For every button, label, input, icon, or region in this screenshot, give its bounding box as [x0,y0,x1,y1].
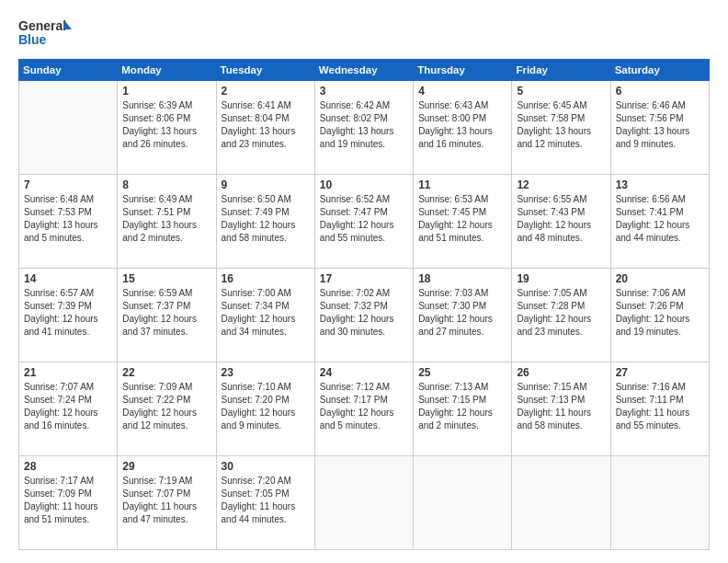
day-number: 23 [222,366,310,379]
svg-text:Blue: Blue [18,32,47,47]
calendar-cell: 27Sunrise: 7:16 AM Sunset: 7:11 PM Dayli… [610,362,709,456]
day-info: Sunrise: 7:00 AM Sunset: 7:34 PM Dayligh… [222,287,310,339]
day-number: 29 [122,460,210,473]
day-info: Sunrise: 6:52 AM Sunset: 7:47 PM Dayligh… [320,193,408,245]
day-number: 27 [616,366,704,379]
calendar-cell: 3Sunrise: 6:42 AM Sunset: 8:02 PM Daylig… [314,81,413,175]
calendar-cell: 6Sunrise: 6:46 AM Sunset: 7:56 PM Daylig… [610,81,709,175]
weekday-header-thursday: Thursday [414,60,512,81]
calendar-cell: 2Sunrise: 6:41 AM Sunset: 8:04 PM Daylig… [216,81,314,175]
calendar-cell: 4Sunrise: 6:43 AM Sunset: 8:00 PM Daylig… [414,81,512,175]
day-number: 11 [418,178,506,191]
day-number: 3 [320,85,408,98]
day-number: 10 [320,178,408,191]
day-info: Sunrise: 6:43 AM Sunset: 8:00 PM Dayligh… [418,99,506,151]
calendar-cell: 5Sunrise: 6:45 AM Sunset: 7:58 PM Daylig… [512,81,610,175]
calendar-cell: 12Sunrise: 6:55 AM Sunset: 7:43 PM Dayli… [512,175,610,269]
page: GeneralBlue SundayMondayTuesdayWednesday… [0,0,728,563]
calendar-cell: 28Sunrise: 7:17 AM Sunset: 7:09 PM Dayli… [19,456,118,550]
calendar-cell: 20Sunrise: 7:06 AM Sunset: 7:26 PM Dayli… [610,269,709,362]
weekday-header-monday: Monday [118,60,216,81]
calendar-cell: 24Sunrise: 7:12 AM Sunset: 7:17 PM Dayli… [314,362,413,456]
day-info: Sunrise: 6:57 AM Sunset: 7:39 PM Dayligh… [24,287,112,339]
calendar-cell [19,81,118,175]
calendar-cell: 19Sunrise: 7:05 AM Sunset: 7:28 PM Dayli… [512,269,610,362]
calendar-cell: 16Sunrise: 7:00 AM Sunset: 7:34 PM Dayli… [216,269,314,362]
day-info: Sunrise: 7:07 AM Sunset: 7:24 PM Dayligh… [24,381,112,432]
logo: GeneralBlue [18,17,74,50]
svg-text:General: General [18,18,66,33]
day-info: Sunrise: 7:17 AM Sunset: 7:09 PM Dayligh… [24,475,112,526]
calendar-cell: 30Sunrise: 7:20 AM Sunset: 7:05 PM Dayli… [216,456,314,550]
calendar-table: SundayMondayTuesdayWednesdayThursdayFrid… [18,59,710,550]
day-number: 18 [418,272,506,285]
day-number: 30 [222,460,310,473]
day-info: Sunrise: 7:16 AM Sunset: 7:11 PM Dayligh… [616,381,704,432]
day-info: Sunrise: 7:15 AM Sunset: 7:13 PM Dayligh… [517,381,605,432]
calendar-cell: 10Sunrise: 6:52 AM Sunset: 7:47 PM Dayli… [314,175,413,269]
day-number: 1 [122,85,210,98]
day-info: Sunrise: 7:09 AM Sunset: 7:22 PM Dayligh… [122,381,210,432]
calendar-cell: 15Sunrise: 6:59 AM Sunset: 7:37 PM Dayli… [118,269,216,362]
calendar-week-5: 28Sunrise: 7:17 AM Sunset: 7:09 PM Dayli… [19,456,710,550]
day-info: Sunrise: 6:42 AM Sunset: 8:02 PM Dayligh… [320,99,408,151]
day-number: 24 [320,366,408,379]
day-number: 20 [616,272,704,285]
calendar-cell: 25Sunrise: 7:13 AM Sunset: 7:15 PM Dayli… [414,362,512,456]
weekday-header-wednesday: Wednesday [314,60,413,81]
day-number: 21 [24,366,112,379]
calendar-cell: 11Sunrise: 6:53 AM Sunset: 7:45 PM Dayli… [414,175,512,269]
header: GeneralBlue [18,17,710,50]
day-info: Sunrise: 7:12 AM Sunset: 7:17 PM Dayligh… [320,381,408,432]
day-number: 2 [222,85,310,98]
day-number: 19 [517,272,605,285]
day-info: Sunrise: 6:46 AM Sunset: 7:56 PM Dayligh… [616,99,704,151]
calendar-cell: 17Sunrise: 7:02 AM Sunset: 7:32 PM Dayli… [314,269,413,362]
calendar-cell: 9Sunrise: 6:50 AM Sunset: 7:49 PM Daylig… [216,175,314,269]
day-info: Sunrise: 6:53 AM Sunset: 7:45 PM Dayligh… [418,193,506,245]
calendar-cell [314,456,413,550]
calendar-cell: 14Sunrise: 6:57 AM Sunset: 7:39 PM Dayli… [19,269,118,362]
day-info: Sunrise: 6:48 AM Sunset: 7:53 PM Dayligh… [24,193,112,245]
day-info: Sunrise: 7:03 AM Sunset: 7:30 PM Dayligh… [418,287,506,339]
calendar-cell [414,456,512,550]
calendar-week-2: 7Sunrise: 6:48 AM Sunset: 7:53 PM Daylig… [19,175,710,269]
day-info: Sunrise: 7:10 AM Sunset: 7:20 PM Dayligh… [222,381,310,432]
calendar-cell: 13Sunrise: 6:56 AM Sunset: 7:41 PM Dayli… [610,175,709,269]
calendar-cell [512,456,610,550]
day-number: 22 [122,366,210,379]
calendar-cell: 1Sunrise: 6:39 AM Sunset: 8:06 PM Daylig… [118,81,216,175]
day-number: 9 [222,178,310,191]
day-info: Sunrise: 6:59 AM Sunset: 7:37 PM Dayligh… [122,287,210,339]
day-number: 13 [616,178,704,191]
day-info: Sunrise: 7:06 AM Sunset: 7:26 PM Dayligh… [616,287,704,339]
logo-svg: GeneralBlue [18,17,74,50]
day-info: Sunrise: 6:49 AM Sunset: 7:51 PM Dayligh… [122,193,210,245]
day-number: 6 [616,85,704,98]
day-number: 28 [24,460,112,473]
day-number: 5 [517,85,605,98]
weekday-header-friday: Friday [512,60,610,81]
calendar-cell: 8Sunrise: 6:49 AM Sunset: 7:51 PM Daylig… [118,175,216,269]
calendar-cell: 26Sunrise: 7:15 AM Sunset: 7:13 PM Dayli… [512,362,610,456]
day-info: Sunrise: 7:20 AM Sunset: 7:05 PM Dayligh… [222,475,310,526]
day-info: Sunrise: 6:50 AM Sunset: 7:49 PM Dayligh… [222,193,310,245]
day-info: Sunrise: 6:41 AM Sunset: 8:04 PM Dayligh… [222,99,310,151]
calendar-week-1: 1Sunrise: 6:39 AM Sunset: 8:06 PM Daylig… [19,81,710,175]
day-number: 14 [24,272,112,285]
day-number: 26 [517,366,605,379]
weekday-header-row: SundayMondayTuesdayWednesdayThursdayFrid… [19,60,710,81]
svg-marker-2 [64,20,72,29]
calendar-cell: 23Sunrise: 7:10 AM Sunset: 7:20 PM Dayli… [216,362,314,456]
calendar-cell: 29Sunrise: 7:19 AM Sunset: 7:07 PM Dayli… [118,456,216,550]
day-info: Sunrise: 6:45 AM Sunset: 7:58 PM Dayligh… [517,99,605,151]
calendar-cell: 7Sunrise: 6:48 AM Sunset: 7:53 PM Daylig… [19,175,118,269]
day-number: 17 [320,272,408,285]
day-info: Sunrise: 7:13 AM Sunset: 7:15 PM Dayligh… [418,381,506,432]
day-info: Sunrise: 7:05 AM Sunset: 7:28 PM Dayligh… [517,287,605,339]
day-info: Sunrise: 7:19 AM Sunset: 7:07 PM Dayligh… [122,475,210,526]
weekday-header-tuesday: Tuesday [216,60,314,81]
calendar-week-3: 14Sunrise: 6:57 AM Sunset: 7:39 PM Dayli… [19,269,710,362]
calendar-week-4: 21Sunrise: 7:07 AM Sunset: 7:24 PM Dayli… [19,362,710,456]
day-number: 25 [418,366,506,379]
